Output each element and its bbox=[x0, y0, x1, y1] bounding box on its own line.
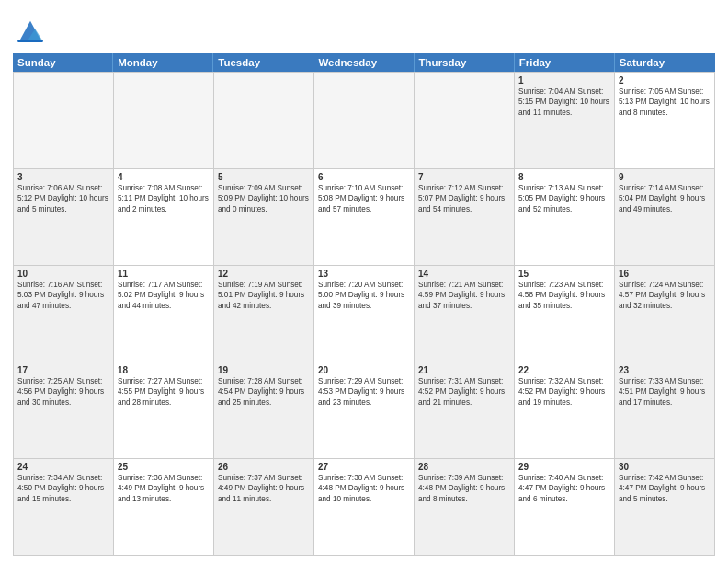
calendar-header: SundayMondayTuesdayWednesdayThursdayFrid… bbox=[13, 53, 715, 72]
day-info: Sunrise: 7:10 AM Sunset: 5:08 PM Dayligh… bbox=[318, 183, 410, 214]
calendar-cell: 23Sunrise: 7:33 AM Sunset: 4:51 PM Dayli… bbox=[615, 362, 715, 458]
day-info: Sunrise: 7:21 AM Sunset: 4:59 PM Dayligh… bbox=[418, 280, 510, 311]
calendar-cell: 21Sunrise: 7:31 AM Sunset: 4:52 PM Dayli… bbox=[415, 362, 515, 458]
calendar-cell: 28Sunrise: 7:39 AM Sunset: 4:48 PM Dayli… bbox=[415, 459, 515, 555]
day-info: Sunrise: 7:31 AM Sunset: 4:52 PM Dayligh… bbox=[418, 376, 510, 408]
header-day-saturday: Saturday bbox=[615, 53, 715, 72]
day-number: 25 bbox=[118, 462, 210, 472]
day-info: Sunrise: 7:16 AM Sunset: 5:03 PM Dayligh… bbox=[17, 280, 109, 311]
day-info: Sunrise: 7:12 AM Sunset: 5:07 PM Dayligh… bbox=[418, 183, 510, 214]
day-info: Sunrise: 7:04 AM Sunset: 5:15 PM Dayligh… bbox=[518, 86, 610, 118]
day-number: 13 bbox=[318, 269, 410, 279]
day-info: Sunrise: 7:37 AM Sunset: 4:49 PM Dayligh… bbox=[218, 473, 310, 504]
day-info: Sunrise: 7:25 AM Sunset: 4:56 PM Dayligh… bbox=[17, 376, 109, 408]
calendar-cell: 25Sunrise: 7:36 AM Sunset: 4:49 PM Dayli… bbox=[114, 459, 214, 555]
day-info: Sunrise: 7:06 AM Sunset: 5:12 PM Dayligh… bbox=[17, 183, 109, 214]
day-number: 7 bbox=[418, 172, 510, 182]
calendar-cell: 27Sunrise: 7:38 AM Sunset: 4:48 PM Dayli… bbox=[314, 459, 415, 555]
calendar-cell: 10Sunrise: 7:16 AM Sunset: 5:03 PM Dayli… bbox=[14, 266, 114, 362]
calendar-week-5: 24Sunrise: 7:34 AM Sunset: 4:50 PM Dayli… bbox=[14, 459, 715, 556]
calendar-cell: 26Sunrise: 7:37 AM Sunset: 4:49 PM Dayli… bbox=[214, 459, 314, 555]
calendar-cell: 15Sunrise: 7:23 AM Sunset: 4:58 PM Dayli… bbox=[515, 266, 615, 362]
day-info: Sunrise: 7:08 AM Sunset: 5:11 PM Dayligh… bbox=[118, 183, 210, 214]
calendar-body: 1Sunrise: 7:04 AM Sunset: 5:15 PM Daylig… bbox=[13, 72, 715, 556]
calendar-cell bbox=[14, 73, 114, 168]
calendar-cell: 6Sunrise: 7:10 AM Sunset: 5:08 PM Daylig… bbox=[314, 169, 415, 265]
header bbox=[13, 9, 715, 48]
day-number: 24 bbox=[17, 462, 109, 472]
calendar-cell: 5Sunrise: 7:09 AM Sunset: 5:09 PM Daylig… bbox=[214, 169, 314, 265]
day-number: 17 bbox=[17, 365, 109, 375]
calendar-cell: 30Sunrise: 7:42 AM Sunset: 4:47 PM Dayli… bbox=[615, 459, 715, 555]
calendar-cell: 3Sunrise: 7:06 AM Sunset: 5:12 PM Daylig… bbox=[14, 169, 114, 265]
day-info: Sunrise: 7:34 AM Sunset: 4:50 PM Dayligh… bbox=[17, 473, 109, 504]
day-info: Sunrise: 7:33 AM Sunset: 4:51 PM Dayligh… bbox=[619, 376, 711, 408]
day-number: 27 bbox=[318, 462, 410, 472]
day-info: Sunrise: 7:20 AM Sunset: 5:00 PM Dayligh… bbox=[318, 280, 410, 311]
calendar-cell: 18Sunrise: 7:27 AM Sunset: 4:55 PM Dayli… bbox=[114, 362, 214, 458]
day-info: Sunrise: 7:09 AM Sunset: 5:09 PM Dayligh… bbox=[218, 183, 310, 214]
day-info: Sunrise: 7:36 AM Sunset: 4:49 PM Dayligh… bbox=[118, 473, 210, 504]
calendar-cell: 24Sunrise: 7:34 AM Sunset: 4:50 PM Dayli… bbox=[14, 459, 114, 555]
day-number: 12 bbox=[218, 269, 310, 279]
day-number: 14 bbox=[418, 269, 510, 279]
calendar-week-3: 10Sunrise: 7:16 AM Sunset: 5:03 PM Dayli… bbox=[14, 266, 715, 362]
calendar: SundayMondayTuesdayWednesdayThursdayFrid… bbox=[13, 53, 715, 556]
day-number: 29 bbox=[518, 462, 610, 472]
day-number: 22 bbox=[518, 365, 610, 375]
header-day-tuesday: Tuesday bbox=[213, 53, 313, 72]
calendar-week-1: 1Sunrise: 7:04 AM Sunset: 5:15 PM Daylig… bbox=[14, 73, 715, 169]
header-day-wednesday: Wednesday bbox=[313, 53, 414, 72]
calendar-cell: 11Sunrise: 7:17 AM Sunset: 5:02 PM Dayli… bbox=[114, 266, 214, 362]
day-number: 9 bbox=[619, 172, 711, 182]
calendar-cell bbox=[114, 73, 214, 168]
header-day-sunday: Sunday bbox=[13, 53, 113, 72]
calendar-cell: 16Sunrise: 7:24 AM Sunset: 4:57 PM Dayli… bbox=[615, 266, 715, 362]
day-info: Sunrise: 7:42 AM Sunset: 4:47 PM Dayligh… bbox=[619, 473, 711, 504]
day-number: 21 bbox=[418, 365, 510, 375]
day-number: 16 bbox=[619, 269, 711, 279]
page: SundayMondayTuesdayWednesdayThursdayFrid… bbox=[0, 0, 728, 563]
day-info: Sunrise: 7:24 AM Sunset: 4:57 PM Dayligh… bbox=[619, 280, 711, 311]
header-day-thursday: Thursday bbox=[415, 53, 515, 72]
day-number: 15 bbox=[518, 269, 610, 279]
calendar-cell: 13Sunrise: 7:20 AM Sunset: 5:00 PM Dayli… bbox=[314, 266, 415, 362]
calendar-cell: 17Sunrise: 7:25 AM Sunset: 4:56 PM Dayli… bbox=[14, 362, 114, 458]
day-number: 3 bbox=[17, 172, 109, 182]
calendar-cell: 1Sunrise: 7:04 AM Sunset: 5:15 PM Daylig… bbox=[515, 73, 615, 168]
day-info: Sunrise: 7:13 AM Sunset: 5:05 PM Dayligh… bbox=[518, 183, 610, 214]
day-number: 26 bbox=[218, 462, 310, 472]
calendar-cell: 19Sunrise: 7:28 AM Sunset: 4:54 PM Dayli… bbox=[214, 362, 314, 458]
calendar-week-2: 3Sunrise: 7:06 AM Sunset: 5:12 PM Daylig… bbox=[14, 169, 715, 266]
day-number: 5 bbox=[218, 172, 310, 182]
svg-rect-2 bbox=[17, 40, 43, 42]
calendar-cell: 22Sunrise: 7:32 AM Sunset: 4:52 PM Dayli… bbox=[515, 362, 615, 458]
calendar-week-4: 17Sunrise: 7:25 AM Sunset: 4:56 PM Dayli… bbox=[14, 362, 715, 459]
day-info: Sunrise: 7:17 AM Sunset: 5:02 PM Dayligh… bbox=[118, 280, 210, 311]
calendar-cell: 2Sunrise: 7:05 AM Sunset: 5:13 PM Daylig… bbox=[615, 73, 715, 168]
calendar-cell bbox=[214, 73, 314, 168]
day-number: 2 bbox=[619, 75, 711, 86]
calendar-cell: 9Sunrise: 7:14 AM Sunset: 5:04 PM Daylig… bbox=[615, 169, 715, 265]
calendar-cell: 20Sunrise: 7:29 AM Sunset: 4:53 PM Dayli… bbox=[314, 362, 415, 458]
day-info: Sunrise: 7:19 AM Sunset: 5:01 PM Dayligh… bbox=[218, 280, 310, 311]
header-day-monday: Monday bbox=[113, 53, 213, 72]
day-info: Sunrise: 7:28 AM Sunset: 4:54 PM Dayligh… bbox=[218, 376, 310, 408]
calendar-cell bbox=[314, 73, 415, 168]
day-info: Sunrise: 7:27 AM Sunset: 4:55 PM Dayligh… bbox=[118, 376, 210, 408]
day-number: 18 bbox=[118, 365, 210, 375]
day-number: 19 bbox=[218, 365, 310, 375]
calendar-cell: 14Sunrise: 7:21 AM Sunset: 4:59 PM Dayli… bbox=[415, 266, 515, 362]
calendar-cell bbox=[415, 73, 515, 168]
logo bbox=[13, 13, 51, 48]
day-number: 30 bbox=[619, 462, 711, 472]
logo-icon bbox=[13, 13, 48, 48]
calendar-cell: 8Sunrise: 7:13 AM Sunset: 5:05 PM Daylig… bbox=[515, 169, 615, 265]
day-number: 28 bbox=[418, 462, 510, 472]
day-info: Sunrise: 7:29 AM Sunset: 4:53 PM Dayligh… bbox=[318, 376, 410, 408]
header-day-friday: Friday bbox=[515, 53, 615, 72]
day-number: 6 bbox=[318, 172, 410, 182]
day-number: 8 bbox=[518, 172, 610, 182]
day-info: Sunrise: 7:39 AM Sunset: 4:48 PM Dayligh… bbox=[418, 473, 510, 504]
day-number: 10 bbox=[17, 269, 109, 279]
